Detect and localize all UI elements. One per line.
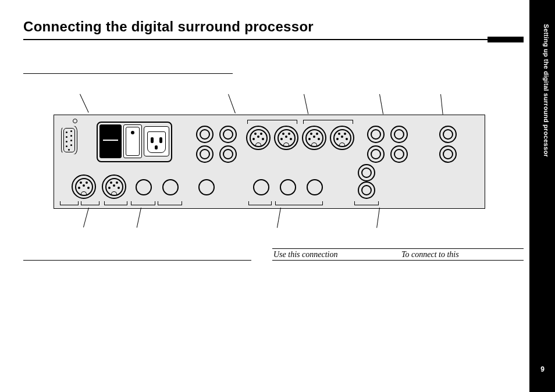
title-rule bbox=[23, 39, 524, 40]
rca-jack-icon bbox=[358, 181, 375, 199]
page-title: Connecting the digital surround processo… bbox=[23, 19, 314, 35]
power-switch-icon bbox=[123, 124, 142, 158]
table-header-use-this: Use this connection bbox=[273, 250, 337, 259]
leader-line bbox=[440, 94, 443, 115]
din-connector-icon bbox=[302, 126, 326, 150]
leader-line bbox=[80, 94, 89, 113]
group-bracket bbox=[247, 120, 297, 124]
chapter-tab-label: Setting up the digital surround processo… bbox=[543, 24, 550, 157]
leader-line bbox=[376, 208, 380, 228]
subheading-rule bbox=[23, 73, 233, 74]
led-indicator-icon bbox=[73, 119, 77, 123]
rca-jack-icon bbox=[358, 164, 375, 181]
leader-line bbox=[277, 208, 281, 228]
rca-jack-icon bbox=[219, 126, 237, 143]
rca-jack-icon bbox=[196, 126, 214, 143]
rca-jack-icon bbox=[367, 145, 385, 163]
rca-jack-icon bbox=[439, 145, 457, 163]
jack-icon bbox=[307, 179, 323, 195]
rca-jack-icon bbox=[439, 126, 457, 143]
chapter-tab: Setting up the digital surround processo… bbox=[529, 0, 555, 392]
din-connector-icon bbox=[274, 126, 298, 150]
manual-page: Connecting the digital surround processo… bbox=[0, 0, 555, 392]
din-connector-icon bbox=[102, 174, 126, 199]
left-column-rule bbox=[23, 260, 251, 261]
rear-panel-diagram bbox=[54, 115, 484, 208]
table-header-rule bbox=[272, 248, 524, 249]
rca-jack-icon bbox=[390, 126, 408, 143]
rca-jack-icon bbox=[219, 145, 237, 163]
jack-icon bbox=[280, 179, 296, 195]
leader-line bbox=[304, 94, 308, 114]
rca-jack-icon bbox=[390, 145, 408, 163]
group-bracket bbox=[248, 201, 272, 205]
leader-line bbox=[379, 94, 383, 115]
table-header-to-connect: To connect to this bbox=[401, 250, 459, 259]
din-connector-icon bbox=[246, 126, 271, 150]
rca-jack-icon bbox=[367, 126, 385, 143]
group-bracket bbox=[131, 201, 155, 205]
leader-line bbox=[228, 94, 236, 113]
jack-icon bbox=[136, 179, 152, 195]
serial-port-icon bbox=[61, 126, 77, 155]
jack-icon bbox=[198, 179, 215, 195]
back-panel bbox=[54, 115, 485, 209]
group-bracket bbox=[303, 120, 353, 124]
leader-line bbox=[83, 208, 89, 227]
group-bracket bbox=[354, 201, 379, 205]
group-bracket bbox=[60, 201, 79, 205]
table-body-rule bbox=[272, 260, 524, 261]
title-accent-bar bbox=[488, 37, 524, 42]
group-bracket bbox=[158, 201, 182, 205]
iec-inlet-icon bbox=[144, 126, 169, 156]
rca-jack-icon bbox=[196, 145, 214, 163]
group-bracket bbox=[275, 201, 323, 205]
din-connector-icon bbox=[330, 126, 354, 150]
jack-icon bbox=[253, 179, 269, 195]
leader-line bbox=[137, 208, 141, 227]
jack-icon bbox=[162, 179, 179, 195]
din-connector-icon bbox=[72, 174, 96, 199]
group-bracket bbox=[81, 201, 99, 205]
page-number: 9 bbox=[540, 365, 545, 373]
fuse-holder-icon bbox=[99, 124, 122, 158]
group-bracket bbox=[104, 201, 127, 205]
power-module-icon bbox=[97, 122, 172, 162]
